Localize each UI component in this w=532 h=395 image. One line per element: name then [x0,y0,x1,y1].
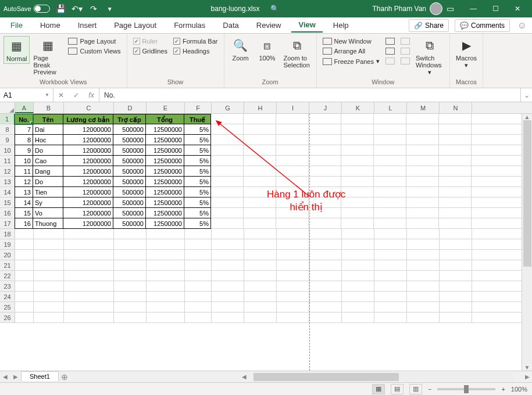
share-button[interactable]: 🔗 Share [409,19,449,32]
cell[interactable] [440,281,472,291]
cell[interactable] [211,177,244,186]
pagebreak-view-icon[interactable]: ▥ [409,384,422,394]
cell[interactable] [342,260,374,270]
sheet-tab[interactable]: Sheet1 [21,371,59,381]
cell[interactable]: Tổng [146,114,184,124]
normal-view-icon[interactable]: ▦ [372,384,385,394]
cell[interactable] [114,302,147,312]
cell[interactable]: 14 [15,198,33,208]
cell[interactable]: 12500000 [146,124,184,135]
cell[interactable] [212,239,244,249]
cell[interactable] [185,250,212,260]
cell[interactable] [147,302,185,312]
cell[interactable]: 12000000 [63,177,113,187]
cell[interactable]: 12500000 [146,145,184,156]
cell[interactable] [440,313,472,322]
cell[interactable] [406,114,439,124]
tab-file[interactable]: File [3,19,30,32]
cell[interactable] [406,166,439,176]
cell[interactable] [341,177,374,186]
column-header[interactable]: D [114,102,147,113]
cell[interactable] [64,292,114,301]
cell[interactable] [244,260,277,270]
cell[interactable] [309,313,342,322]
cell[interactable] [407,292,440,301]
cell[interactable]: 500000 [113,166,146,177]
cell[interactable]: Do [33,177,63,187]
cell[interactable] [374,229,407,239]
cell[interactable] [34,260,64,270]
cell[interactable]: Thuong [33,218,63,229]
arrange-all-button[interactable]: Arrange All [320,47,382,55]
row-header[interactable]: 17 [0,218,15,228]
cell[interactable] [439,114,472,124]
cell[interactable] [15,239,34,249]
cell[interactable] [406,218,439,228]
cell[interactable] [34,239,64,249]
pagebreak-preview-button[interactable]: ▦Page Break Preview [31,36,65,77]
cell[interactable] [309,271,342,281]
cell[interactable] [34,281,64,291]
cell[interactable] [276,177,309,186]
cell[interactable] [15,250,34,260]
cell[interactable] [406,135,439,145]
cell[interactable]: 12500000 [146,156,184,166]
column-header[interactable]: M [407,102,440,113]
cell[interactable] [34,292,64,301]
cell[interactable] [64,271,114,281]
cell[interactable] [440,302,472,312]
freeze-panes-button[interactable]: Freeze Panes ▾ [320,57,382,66]
cell[interactable] [212,302,244,312]
cell[interactable] [341,145,374,155]
hscroll-right[interactable]: ▶ [523,374,532,380]
ribbon-display-icon[interactable]: ▭ [442,2,458,16]
cell[interactable] [309,114,341,124]
cell[interactable] [244,281,277,291]
cell[interactable] [406,124,439,134]
cell[interactable] [15,292,34,301]
column-header[interactable]: K [342,102,374,113]
cell[interactable] [407,260,440,270]
cell[interactable]: 9 [15,145,33,156]
cell[interactable] [114,239,147,249]
cell[interactable] [341,198,374,207]
cell[interactable] [211,145,244,155]
normal-view-button[interactable]: ▦Normal [3,36,30,64]
column-header[interactable]: N [440,102,472,113]
cell[interactable] [341,124,374,134]
cell[interactable] [147,250,185,260]
row-header[interactable]: 21 [0,260,15,270]
cell[interactable]: 500000 [113,135,146,145]
cell[interactable] [64,281,114,291]
cell[interactable]: 12500000 [146,208,184,218]
zoom-to-selection-button[interactable]: ⧉Zoom to Selection [281,36,313,70]
cell[interactable]: 5% [184,166,211,177]
cell[interactable] [244,124,276,134]
cell[interactable] [309,218,341,228]
cell[interactable]: 12500000 [146,218,184,229]
row-header[interactable]: 13 [0,177,15,186]
cell[interactable] [309,260,342,270]
minimize-button[interactable]: — [462,0,484,17]
column-header[interactable]: I [277,102,309,113]
cell[interactable] [212,260,244,270]
cell[interactable] [406,208,439,218]
cell[interactable] [244,208,276,218]
column-header[interactable]: J [309,102,342,113]
unhide-button[interactable] [383,57,397,65]
cell[interactable] [374,208,406,218]
cell[interactable] [342,271,374,281]
cell[interactable] [276,187,309,197]
side-by-side-button[interactable] [398,37,412,45]
row-header[interactable]: 22 [0,271,15,281]
cell[interactable] [212,229,244,239]
formulabar-checkbox[interactable]: ✓Formula Bar [171,37,220,45]
cell[interactable] [341,156,374,166]
cell[interactable] [147,229,185,239]
row-header[interactable]: 18 [0,229,15,239]
maximize-button[interactable]: ☐ [484,0,506,17]
row-header[interactable]: 24 [0,292,15,301]
save-icon[interactable]: 💾 [53,2,69,16]
cell[interactable] [439,187,472,197]
cell[interactable] [211,198,244,207]
